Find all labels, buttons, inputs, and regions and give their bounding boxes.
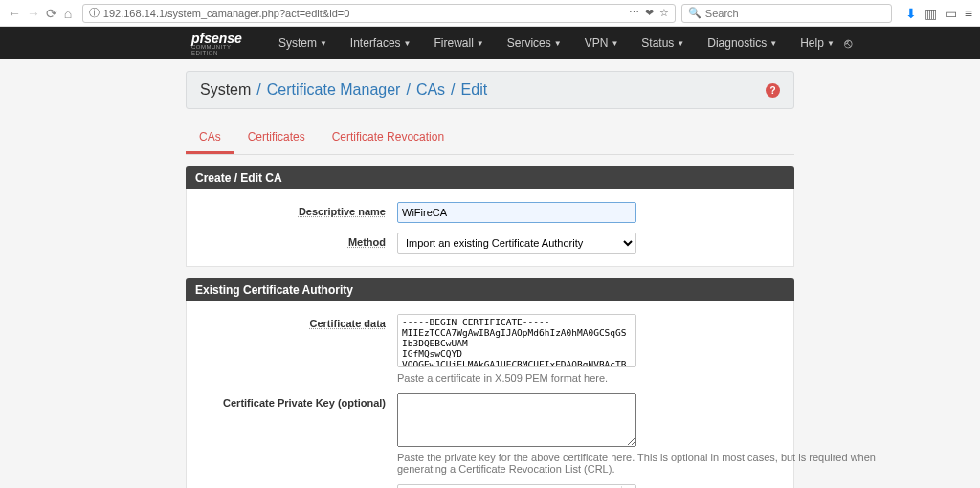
site-info-icon: ⓘ bbox=[89, 6, 100, 20]
tab-cas[interactable]: CAs bbox=[186, 122, 234, 154]
panel-existing-ca-head: Existing Certificate Authority bbox=[186, 278, 794, 301]
search-input[interactable] bbox=[705, 8, 885, 19]
certificate-data-hint: Paste a certificate in X.509 PEM format … bbox=[397, 372, 636, 384]
crumb-certmanager[interactable]: Certificate Manager bbox=[267, 81, 401, 99]
brand-logo[interactable]: pfsense COMMUNITY EDITION bbox=[191, 31, 242, 55]
library-icon[interactable]: ▥ bbox=[924, 6, 937, 21]
search-icon: 🔍 bbox=[688, 7, 702, 19]
forward-button[interactable]: → bbox=[27, 4, 40, 23]
browser-toolbar: ← → ⟳ ⌂ ⓘ 192.168.14.1/system_camanager.… bbox=[0, 0, 980, 27]
menu-status[interactable]: Status▼ bbox=[632, 31, 694, 55]
address-bar[interactable]: ⓘ 192.168.14.1/system_camanager.php?act=… bbox=[82, 4, 676, 23]
menu-diagnostics[interactable]: Diagnostics▼ bbox=[698, 31, 787, 55]
menu-vpn[interactable]: VPN▼ bbox=[575, 31, 629, 55]
sidebar-icon[interactable]: ▭ bbox=[945, 6, 957, 21]
breadcrumb: System / Certificate Manager / CAs / Edi… bbox=[186, 71, 794, 109]
logout-icon[interactable]: ⎋ bbox=[844, 35, 852, 51]
tab-cert-revocation[interactable]: Certificate Revocation bbox=[319, 122, 457, 154]
help-icon[interactable]: ? bbox=[766, 83, 780, 98]
more-icon[interactable]: ⋯ bbox=[629, 7, 639, 19]
star-icon[interactable]: ☆ bbox=[659, 7, 669, 19]
home-button[interactable]: ⌂ bbox=[63, 4, 73, 23]
search-box[interactable]: 🔍 bbox=[681, 4, 892, 23]
reload-button[interactable]: ⟳ bbox=[46, 4, 57, 23]
crumb-edit: Edit bbox=[461, 81, 488, 99]
method-select[interactable]: Import an existing Certificate Authority bbox=[397, 233, 636, 254]
menu-interfaces[interactable]: Interfaces▼ bbox=[341, 31, 421, 55]
private-key-hint: Paste the private key for the above cert… bbox=[397, 452, 895, 475]
label-descriptive-name: Descriptive name bbox=[299, 206, 386, 217]
pocket-icon[interactable]: ❤ bbox=[645, 7, 654, 19]
descriptive-name-input[interactable] bbox=[397, 202, 636, 223]
menu-firewall[interactable]: Firewall▼ bbox=[424, 31, 493, 55]
panel-create-edit-head: Create / Edit CA bbox=[186, 166, 794, 189]
url-text: 192.168.14.1/system_camanager.php?act=ed… bbox=[103, 8, 349, 19]
private-key-textarea[interactable] bbox=[397, 393, 636, 447]
label-private-key: Certificate Private Key (optional) bbox=[223, 397, 386, 409]
menu-system[interactable]: System▼ bbox=[269, 31, 337, 55]
crumb-system[interactable]: System bbox=[200, 81, 251, 99]
menu-icon[interactable]: ≡ bbox=[965, 6, 972, 21]
back-button[interactable]: ← bbox=[8, 4, 21, 23]
serial-input[interactable]: 1 ▲▼ bbox=[397, 484, 636, 488]
crumb-cas[interactable]: CAs bbox=[416, 81, 445, 99]
menu-services[interactable]: Services▼ bbox=[498, 31, 571, 55]
certificate-data-textarea[interactable]: -----BEGIN CERTIFICATE----- MIIEzTCCA7Wg… bbox=[397, 314, 636, 367]
top-navbar: pfsense COMMUNITY EDITION System▼ Interf… bbox=[0, 27, 980, 59]
tab-certificates[interactable]: Certificates bbox=[234, 122, 319, 154]
downloads-icon[interactable]: ⬇ bbox=[905, 6, 917, 21]
tabs: CAs Certificates Certificate Revocation bbox=[186, 122, 794, 155]
label-certificate-data: Certificate data bbox=[310, 318, 386, 329]
label-method: Method bbox=[348, 236, 386, 248]
menu-help[interactable]: Help▼ bbox=[791, 31, 844, 55]
